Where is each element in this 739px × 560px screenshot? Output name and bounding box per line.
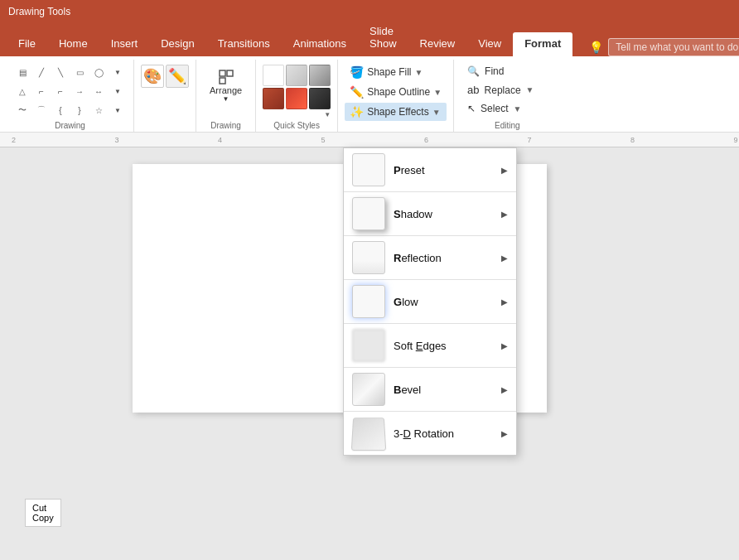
ruler: 2 3 4 5 6 7 8 9 [0,133,739,147]
bracket2-tool[interactable]: ⌐ [51,82,70,100]
ribbon-tab-bar: File Home Insert Design Transitions Anim… [0,23,739,56]
shape-effects-icon: ✨ [350,105,364,118]
ruler-marks: 2 3 4 5 6 7 8 9 [3,136,739,144]
preset-label: Preset [394,164,493,176]
triangle-tool[interactable]: △ [13,82,31,100]
shape-effects-button[interactable]: ✨ Shape Effects ▼ [345,103,447,121]
tab-slideshow[interactable]: Slide Show [358,20,408,56]
cut-copy-widget: Cut Copy [25,499,61,527]
tab-animations[interactable]: Animations [282,32,358,56]
copy-label: Copy [32,513,54,523]
glow-preview [352,285,385,318]
editing-group-label: Editing [461,121,553,130]
find-icon: 🔍 [467,65,480,77]
tab-transitions[interactable]: Transitions [206,32,282,56]
freeform-tool[interactable]: 〜 [13,101,31,119]
quick-styles-group: ▼ Quick Styles [256,60,338,132]
shadow-label: Shadow [394,208,493,220]
tab-insert[interactable]: Insert [99,32,150,56]
shape-fill-button[interactable]: 🪣 Shape Fill ▼ [345,63,447,81]
dropdown-item-soft-edges[interactable]: Soft Edges ▶ [344,324,516,367]
drawing-group-label: Drawing [7,121,133,130]
arc-tool[interactable]: ⌒ [32,101,51,119]
soft-edges-submenu-chevron: ▶ [501,341,508,350]
shadow-submenu-chevron: ▶ [501,210,508,219]
shapes-scroll2[interactable]: ▼ [109,101,127,119]
style-swatch-5[interactable] [286,88,307,109]
style-swatch-2[interactable] [286,65,307,86]
tab-review[interactable]: Review [408,32,467,56]
quick-styles-more[interactable]: ▼ [324,111,331,118]
app-title: Drawing Tools [8,6,70,17]
text-box-tool[interactable]: ▤ [13,63,31,81]
format-shape-btn[interactable]: ✏️ [166,65,189,88]
bevel-preview [352,373,385,406]
rectangle-tool[interactable]: ▭ [70,63,89,81]
replace-icon: ab [467,84,479,96]
tab-design[interactable]: Design [149,32,205,56]
ribbon: ▤ ╱ ╲ ▭ ◯ ▼ △ ⌐ ⌐ → ↔ ▼ 〜 ⌒ { } ☆ ▼ Draw… [0,56,739,133]
style-swatch-6[interactable] [309,88,331,109]
bevel-submenu-chevron: ▶ [501,385,508,394]
search-input[interactable] [608,38,739,56]
dropdown-item-glow[interactable]: Glow ▶ [344,280,516,323]
rotation-submenu-chevron: ▶ [501,429,508,438]
shape-fill-chevron: ▼ [415,68,423,77]
double-arrow-tool[interactable]: ↔ [89,82,108,100]
arrow-tool[interactable]: → [70,82,89,100]
select-icon: ↖ [467,103,476,114]
tab-file[interactable]: File [7,32,47,56]
select-button[interactable]: ↖ Select ▼ [461,100,540,117]
tab-format[interactable]: Format [513,32,572,56]
dropdown-item-preset[interactable]: Preset ▶ [344,148,516,191]
wordart-group: 🎨 ✏️ [134,60,196,132]
shape-scroll[interactable]: ▼ [109,82,127,100]
find-label: Find [485,65,504,77]
soft-edges-label: Soft Edges [394,340,493,352]
replace-button[interactable]: ab Replace ▼ [461,81,540,99]
reflection-preview [352,241,385,274]
soft-edges-preview [352,329,385,362]
find-button[interactable]: 🔍 Find [461,63,540,80]
line-tool[interactable]: ╱ [32,63,51,81]
dropdown-item-3d-rotation[interactable]: 3-D Rotation ▶ [344,412,516,455]
dropdown-item-bevel[interactable]: Bevel ▶ [344,368,516,411]
dropdown-item-shadow[interactable]: Shadow ▶ [344,192,516,235]
replace-label: Replace [485,84,521,96]
svg-rect-2 [220,78,225,84]
quick-styles-grid [263,65,331,109]
bracket-tool[interactable]: ⌐ [32,82,51,100]
arrange-button[interactable]: Arrange ▼ [203,66,249,105]
shape-outline-icon: ✏️ [350,85,364,99]
oval-tool[interactable]: ◯ [89,63,108,81]
svg-rect-1 [227,70,233,76]
star-tool[interactable]: ☆ [89,101,108,119]
glow-submenu-chevron: ▶ [501,297,508,307]
style-swatch-1[interactable] [263,65,284,86]
tab-view[interactable]: View [466,32,513,56]
content-area: Cut Copy Preset ▶ Shadow ▶ Reflection ▶ … [0,147,739,560]
dropdown-item-reflection[interactable]: Reflection ▶ [344,236,516,279]
shape-outline-button[interactable]: ✏️ Shape Outline ▼ [345,83,447,101]
cut-label: Cut [32,503,54,513]
rotation-label: 3-D Rotation [394,427,493,440]
quick-styles-label: Quick Styles [256,121,337,130]
editing-group: 🔍 Find ab Replace ▼ ↖ Select ▼ Editing [454,60,547,132]
glow-label: Glow [394,296,493,308]
style-swatch-3[interactable] [309,65,331,86]
rotation-preview [351,418,386,451]
shape-outline-label: Shape Outline [367,86,430,98]
more-shapes[interactable]: ▼ [109,63,127,81]
shape-fill-icon: 🪣 [350,65,364,79]
brace2-tool[interactable]: } [70,101,89,119]
tab-home[interactable]: Home [47,32,99,56]
shape-effects-chevron: ▼ [432,108,441,117]
brace-tool[interactable]: { [51,101,70,119]
drawing-group: ▤ ╱ ╲ ▭ ◯ ▼ △ ⌐ ⌐ → ↔ ▼ 〜 ⌒ { } ☆ ▼ Draw… [7,60,134,132]
diagonal-line-tool[interactable]: ╲ [51,63,70,81]
ribbon-search-bar: 💡 [589,38,739,56]
style-swatch-4[interactable] [263,88,284,109]
svg-rect-0 [220,70,225,76]
bevel-label: Bevel [394,384,493,396]
fill-color-btn[interactable]: 🎨 [141,65,164,88]
